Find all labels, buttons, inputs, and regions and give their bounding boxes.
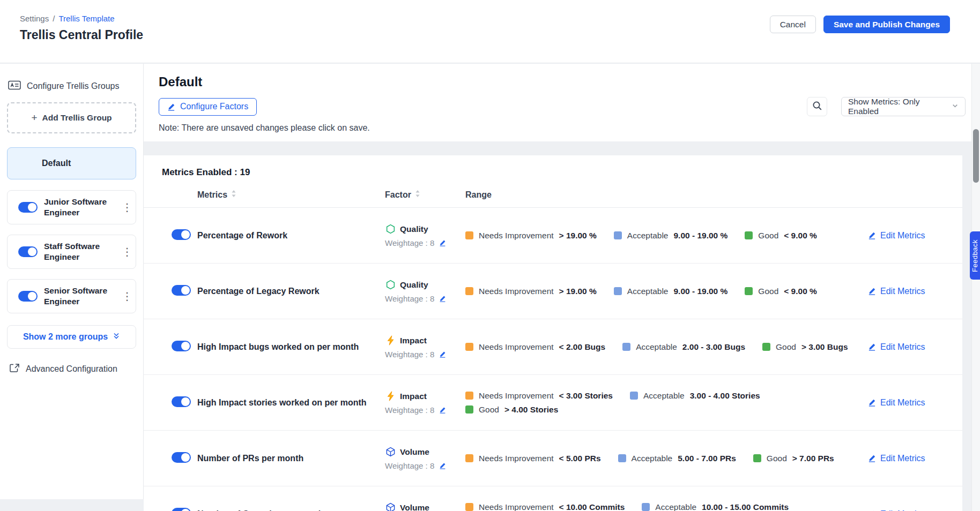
- kebab-menu-icon[interactable]: ⋮: [122, 291, 131, 302]
- cancel-button[interactable]: Cancel: [770, 16, 816, 33]
- range-cell: Needs Improvement < 5.00 PRs Acceptable …: [465, 454, 868, 463]
- range-good: Good < 9.00 %: [745, 231, 817, 241]
- edit-metrics-button[interactable]: Edit Metrics: [868, 454, 948, 463]
- section-gap: [144, 141, 980, 155]
- vertical-scrollbar[interactable]: [971, 64, 980, 511]
- edit-metrics-button[interactable]: Edit Metrics: [868, 287, 948, 296]
- good-swatch: [745, 231, 753, 239]
- needs-improvement-swatch: [465, 392, 473, 400]
- acceptable-swatch: [622, 343, 630, 351]
- needs-improvement-swatch: [465, 231, 473, 239]
- app-header: Settings / Trellis Template Trellis Cent…: [0, 0, 980, 63]
- edit-metrics-button[interactable]: Edit Metrics: [868, 398, 948, 408]
- needs-improvement-swatch: [465, 343, 473, 351]
- edit-metrics-label: Edit Metrics: [880, 509, 925, 511]
- metric-row: Number of PRs per month: [144, 431, 962, 486]
- trellis-groups-icon: [8, 80, 21, 93]
- main-content: Default Configure Factors: [144, 64, 980, 511]
- metric-toggle[interactable]: [172, 396, 191, 407]
- acceptable-swatch: [642, 503, 650, 511]
- metric-toggle[interactable]: [172, 452, 191, 463]
- breadcrumb-settings[interactable]: Settings: [20, 14, 49, 23]
- sidebar-section-header: Configure Trellis Groups: [7, 80, 136, 93]
- needs-improvement-swatch: [465, 503, 473, 511]
- page: Settings / Trellis Template Trellis Cent…: [0, 0, 980, 511]
- group-toggle[interactable]: [18, 202, 38, 213]
- edit-weightage-icon[interactable]: [439, 295, 446, 302]
- range-needs-improvement: Needs Improvement > 19.00 %: [465, 231, 597, 241]
- edit-metrics-button[interactable]: Edit Metrics: [868, 342, 948, 352]
- range-acceptable: Acceptable 10.00 - 15.00 Commits: [642, 502, 789, 511]
- group-name: Staff Software Engineer: [44, 241, 115, 262]
- factor-name: Volume: [400, 447, 429, 457]
- weightage-label: Weightage : 8: [385, 405, 434, 415]
- quality-icon: [385, 280, 396, 290]
- range-cell: Needs Improvement < 10.00 Commits Accept…: [465, 502, 868, 511]
- group-toggle[interactable]: [18, 291, 38, 302]
- group-list: Junior Software Engineer ⋮ Staff Softwar…: [7, 190, 136, 313]
- good-swatch: [745, 287, 753, 295]
- show-metrics-filter[interactable]: Show Metrics: Only Enabled: [841, 97, 966, 116]
- edit-metrics-label: Edit Metrics: [880, 342, 925, 352]
- range-good: Good < 9.00 %: [745, 287, 817, 296]
- metric-toggle[interactable]: [172, 285, 191, 296]
- metric-toggle[interactable]: [172, 229, 191, 240]
- edit-metrics-button[interactable]: Edit Metrics: [868, 509, 948, 511]
- column-header-metrics[interactable]: Metrics: [197, 190, 385, 200]
- metric-name: Percentage of Legacy Rework: [197, 287, 385, 296]
- edit-weightage-icon[interactable]: [439, 407, 446, 414]
- group-toggle[interactable]: [18, 246, 38, 257]
- show-more-groups-button[interactable]: Show 2 more groups: [7, 325, 136, 349]
- edit-weightage-icon[interactable]: [439, 239, 446, 246]
- configure-factors-button[interactable]: Configure Factors: [159, 98, 257, 116]
- edit-weightage-icon[interactable]: [439, 462, 446, 469]
- range-needs-improvement: Needs Improvement < 10.00 Commits: [465, 502, 625, 511]
- sort-icon[interactable]: [231, 190, 236, 200]
- needs-improvement-swatch: [465, 454, 473, 462]
- group-default-label: Default: [42, 159, 71, 168]
- factor-name: Volume: [400, 503, 429, 511]
- range-cell: Needs Improvement < 3.00 Stories Accepta…: [465, 391, 868, 415]
- edit-metrics-icon: [868, 454, 876, 462]
- group-card[interactable]: Staff Software Engineer ⋮: [7, 235, 136, 269]
- metric-toggle[interactable]: [172, 341, 191, 351]
- search-button[interactable]: [807, 97, 827, 116]
- kebab-menu-icon[interactable]: ⋮: [122, 202, 131, 213]
- header-actions: Cancel Save and Publish Changes: [770, 14, 950, 63]
- metric-toggle[interactable]: [172, 508, 191, 511]
- sort-icon[interactable]: [415, 190, 420, 200]
- edit-metrics-button[interactable]: Edit Metrics: [868, 231, 948, 241]
- chevron-down-icon: [952, 102, 959, 111]
- edit-weightage-icon[interactable]: [439, 351, 446, 358]
- range-good: Good > 7.00 PRs: [753, 454, 834, 463]
- edit-metrics-icon: [868, 343, 876, 351]
- volume-icon: [385, 502, 396, 511]
- edit-pencil-icon: [167, 103, 175, 111]
- group-default[interactable]: Default: [7, 147, 136, 179]
- group-card[interactable]: Junior Software Engineer ⋮: [7, 190, 136, 224]
- advanced-configuration-link[interactable]: Advanced Configuration: [7, 363, 136, 375]
- edit-metrics-label: Edit Metrics: [880, 287, 925, 296]
- metrics-card: Metrics Enabled : 19 Metrics Factor: [144, 155, 962, 511]
- range-acceptable: Acceptable 9.00 - 19.00 %: [614, 287, 728, 296]
- factor-cell: Quality Weightage : 8: [385, 280, 465, 303]
- edit-metrics-icon: [868, 287, 876, 295]
- weightage-label: Weightage : 8: [385, 294, 434, 303]
- range-good: Good > 3.00 Bugs: [762, 342, 848, 352]
- range-cell: Needs Improvement > 19.00 % Acceptable 9…: [465, 287, 868, 296]
- kebab-menu-icon[interactable]: ⋮: [122, 246, 131, 257]
- acceptable-swatch: [630, 392, 638, 400]
- save-and-publish-button[interactable]: Save and Publish Changes: [823, 16, 950, 33]
- metric-name: Percentage of Rework: [197, 231, 385, 241]
- group-card[interactable]: Senior Software Engineer ⋮: [7, 279, 136, 313]
- quality-icon: [385, 224, 396, 235]
- breadcrumb: Settings / Trellis Template: [20, 14, 143, 23]
- feedback-tab[interactable]: Feedback: [970, 231, 980, 280]
- column-header-factor[interactable]: Factor: [385, 190, 465, 200]
- breadcrumb-trellis-template[interactable]: Trellis Template: [58, 14, 114, 23]
- add-trellis-group-button[interactable]: + Add Trellis Group: [7, 102, 136, 133]
- needs-improvement-swatch: [465, 287, 473, 295]
- scrollbar-thumb[interactable]: [973, 129, 979, 183]
- page-title: Trellis Central Profile: [20, 28, 143, 42]
- header-left: Settings / Trellis Template Trellis Cent…: [20, 14, 143, 63]
